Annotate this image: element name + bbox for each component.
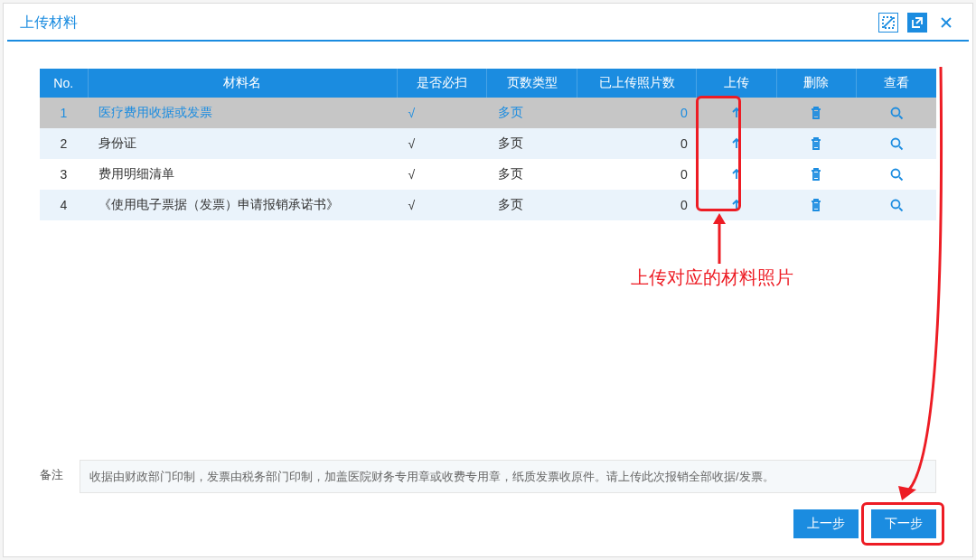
remark-label: 备注 — [40, 460, 63, 483]
cell-required: √ — [397, 98, 486, 128]
cell-name: 费用明细清单 — [88, 159, 397, 190]
trash-icon[interactable] — [805, 164, 827, 184]
cell-pagetype: 多页 — [487, 190, 577, 220]
cell-required: √ — [397, 190, 486, 220]
cell-uploaded: 0 — [577, 159, 697, 190]
trash-icon[interactable] — [805, 195, 827, 215]
upload-icon[interactable] — [726, 195, 747, 215]
remark-section: 备注 收据由财政部门印制，发票由税务部门印制，加盖医院财务专用章或收费专用章，纸… — [4, 460, 972, 494]
cell-uploaded: 0 — [577, 98, 697, 128]
upload-icon[interactable] — [726, 164, 747, 184]
col-delete: 删除 — [776, 69, 856, 98]
table-row[interactable]: 1 医疗费用收据或发票 √ 多页 0 — [40, 98, 936, 128]
cell-name: 医疗费用收据或发票 — [88, 98, 397, 128]
trash-icon[interactable] — [805, 103, 827, 123]
materials-table: No. 材料名 是否必扫 页数类型 已上传照片数 上传 删除 查看 1 医疗费用… — [40, 69, 936, 220]
svg-point-6 — [891, 170, 899, 178]
upload-icon[interactable] — [726, 134, 747, 154]
trash-icon[interactable] — [805, 134, 827, 154]
cell-name: 身份证 — [88, 128, 397, 159]
cell-no: 2 — [40, 128, 88, 159]
cell-uploaded: 0 — [577, 190, 697, 220]
dashed-rect-icon[interactable] — [878, 13, 898, 33]
magnify-icon[interactable] — [886, 195, 907, 215]
cell-pagetype: 多页 — [487, 98, 577, 128]
svg-line-1 — [883, 17, 893, 27]
remark-text: 收据由财政部门印制，发票由税务部门印制，加盖医院财务专用章或收费专用章，纸质发票… — [80, 460, 936, 494]
magnify-icon[interactable] — [886, 134, 907, 154]
cell-name: 《使用电子票据（发票）申请报销承诺书》 — [88, 190, 397, 220]
table-row[interactable]: 4 《使用电子票据（发票）申请报销承诺书》 √ 多页 0 — [40, 190, 936, 220]
cell-pagetype: 多页 — [487, 159, 577, 190]
cell-pagetype: 多页 — [487, 128, 577, 159]
col-pagetype: 页数类型 — [487, 69, 577, 98]
col-no: No. — [40, 69, 88, 98]
magnify-icon[interactable] — [886, 164, 907, 184]
table-row[interactable]: 3 费用明细清单 √ 多页 0 — [40, 159, 936, 190]
table-header-row: No. 材料名 是否必扫 页数类型 已上传照片数 上传 删除 查看 — [40, 69, 936, 98]
col-name: 材料名 — [88, 69, 397, 98]
svg-point-7 — [891, 201, 899, 209]
col-upload: 上传 — [697, 69, 776, 98]
next-button[interactable]: 下一步 — [871, 509, 936, 538]
prev-button[interactable]: 上一步 — [793, 509, 859, 538]
header-icons — [878, 13, 956, 33]
upload-icon[interactable] — [726, 103, 747, 123]
cell-required: √ — [397, 159, 486, 190]
col-required: 是否必扫 — [397, 69, 486, 98]
cell-no: 1 — [40, 98, 88, 128]
annotation-text: 上传对应的材料照片 — [631, 266, 793, 290]
magnify-icon[interactable] — [886, 103, 907, 123]
external-link-icon[interactable] — [907, 13, 927, 33]
col-view: 查看 — [857, 69, 936, 98]
svg-point-4 — [891, 108, 899, 117]
cell-no: 4 — [40, 190, 88, 220]
close-icon[interactable] — [936, 13, 956, 33]
table-row[interactable]: 2 身份证 √ 多页 0 — [40, 128, 936, 159]
cell-uploaded: 0 — [577, 128, 697, 159]
cell-no: 3 — [40, 159, 88, 190]
svg-point-5 — [891, 139, 899, 147]
page-title: 上传材料 — [20, 14, 78, 33]
col-uploaded: 已上传照片数 — [577, 69, 697, 98]
cell-required: √ — [397, 128, 486, 159]
